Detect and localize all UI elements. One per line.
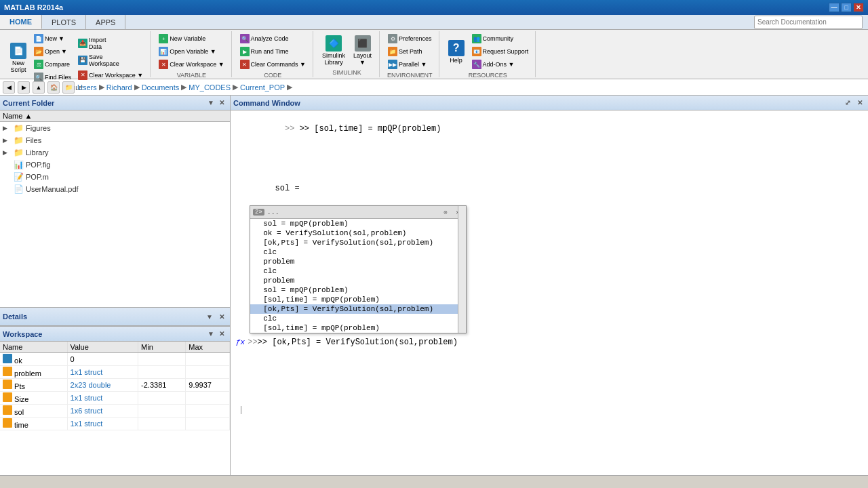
nav-forward-button[interactable]: ▶ xyxy=(18,81,30,94)
ws-row-time[interactable]: time 1x1 struct xyxy=(0,418,230,430)
hist-line-5[interactable]: problem xyxy=(250,257,466,266)
hist-line-12[interactable]: [sol,time] = mpQP(problem) xyxy=(250,323,466,333)
import-data-button[interactable]: 📥 ImportData xyxy=(75,35,146,52)
cmd-line-2 xyxy=(236,144,863,173)
hist-line-8[interactable]: sol = mpQP(problem) xyxy=(250,285,466,295)
hist-line-10[interactable]: [ok,Pts] = VerifySolution(sol,problem) xyxy=(250,304,466,314)
breadcrumb-documents[interactable]: Documents xyxy=(142,83,180,92)
compare-button[interactable]: ⚖ Compare xyxy=(31,58,74,70)
breadcrumb-my-codes[interactable]: MY_CODES xyxy=(189,83,231,92)
community-button[interactable]: 👥 Community xyxy=(469,33,532,45)
folder-icon: 📁 xyxy=(13,123,24,133)
details-close[interactable]: ✕ xyxy=(216,311,227,322)
request-support-button[interactable]: 📧 Request Support xyxy=(469,45,532,58)
ws-value-problem[interactable]: 1x1 struct xyxy=(71,368,103,376)
cursor-area[interactable]: | xyxy=(236,403,863,418)
folder-files[interactable]: ▶ 📁 Files xyxy=(0,134,230,146)
open-button[interactable]: 📂 Open ▼ xyxy=(31,45,74,58)
ws-row-ok[interactable]: ok 0 xyxy=(0,353,230,366)
analyze-code-button[interactable]: 🔍 Analyze Code xyxy=(237,33,309,45)
clear-workspace-var-button[interactable]: ✕ Clear Workspace ▼ xyxy=(156,58,226,70)
run-time-button[interactable]: ▶ Run and Time xyxy=(237,45,309,58)
folder-library-name: Library xyxy=(26,148,227,157)
ws-row-size[interactable]: Size 1x1 struct xyxy=(0,392,230,405)
cmd-close[interactable]: ✕ xyxy=(854,98,865,108)
hist-line-9[interactable]: [sol,time] = mpQP(problem) xyxy=(250,295,466,304)
history-popup-header: 2» ... ⊙ ✕ xyxy=(250,206,466,219)
preferences-button[interactable]: ⚙ Preferences xyxy=(385,33,435,45)
new-script-button[interactable]: 📄 NewScript xyxy=(7,41,30,75)
maximize-button[interactable]: □ xyxy=(841,3,852,12)
nav-home-button[interactable]: 🏠 xyxy=(47,81,60,94)
nav-up-button[interactable]: ▲ xyxy=(33,81,45,94)
add-ons-button[interactable]: 🔧 Add-Ons ▼ xyxy=(469,58,532,70)
clear-workspace-var-label: Clear Workspace ▼ xyxy=(170,61,224,68)
nav-back-button[interactable]: ◀ xyxy=(3,81,15,94)
folder-figures[interactable]: ▶ 📁 Figures xyxy=(0,122,230,134)
command-window-header: Command Window ⤢ ✕ xyxy=(231,96,868,110)
history-badge: 2» xyxy=(253,209,264,216)
search-input[interactable] xyxy=(754,16,863,29)
tab-home[interactable]: HOME xyxy=(0,15,42,29)
ws-icon-problem xyxy=(3,367,12,376)
ws-max-problem xyxy=(186,366,230,379)
set-path-button[interactable]: 📁 Set Path xyxy=(385,45,435,58)
breadcrumb-current-pop[interactable]: Current_POP xyxy=(240,83,285,92)
clear-workspace-button[interactable]: ✕ Clear Workspace ▼ xyxy=(75,69,146,81)
workspace-close[interactable]: ✕ xyxy=(216,329,227,340)
ws-value-sol[interactable]: 1x6 struct xyxy=(71,407,103,415)
folder-panel-collapse[interactable]: ▼ xyxy=(205,98,216,108)
breadcrumb-richard[interactable]: Richard xyxy=(106,83,132,92)
simulink-library-button[interactable]: 🔷 SimulinkLibrary xyxy=(319,33,349,68)
help-button[interactable]: ? Help xyxy=(445,38,468,66)
layout-button[interactable]: ⬛ Layout ▼ xyxy=(350,33,375,68)
file-usermanual[interactable]: 📄 UserManual.pdf xyxy=(0,183,230,195)
ws-row-sol[interactable]: sol 1x6 struct xyxy=(0,405,230,418)
simulink-group-label: SIMULINK xyxy=(332,69,361,76)
search-area xyxy=(749,15,868,29)
ws-value-time[interactable]: 1x1 struct xyxy=(71,420,103,428)
minimize-button[interactable]: — xyxy=(829,3,840,12)
hist-line-7[interactable]: problem xyxy=(250,276,466,285)
history-popup-pin[interactable]: ⊙ xyxy=(440,207,451,218)
close-button[interactable]: ✕ xyxy=(853,3,864,12)
cmd-line-sol: sol = xyxy=(236,174,863,203)
ws-row-pts[interactable]: Pts 2x23 double -2.3381 9.9937 xyxy=(0,379,230,392)
ws-value-size[interactable]: 1x1 struct xyxy=(71,394,103,402)
folder-library[interactable]: ▶ 📁 Library xyxy=(0,146,230,159)
hist-line-1[interactable]: sol = mpQP(problem) xyxy=(250,219,466,228)
clear-commands-button[interactable]: ✕ Clear Commands ▼ xyxy=(237,58,309,70)
cmd-undock[interactable]: ⤢ xyxy=(842,98,853,108)
hist-line-4[interactable]: clc xyxy=(250,247,466,257)
parallel-button[interactable]: ▶▶ Parallel ▼ xyxy=(385,58,435,70)
tab-plots[interactable]: PLOTS xyxy=(42,15,86,29)
file-pop-fig[interactable]: 📊 POP.fig xyxy=(0,159,230,171)
save-workspace-button[interactable]: 💾 SaveWorkspace xyxy=(75,52,146,68)
ws-value-pts[interactable]: 2x23 double xyxy=(71,381,111,389)
breadcrumb-users[interactable]: Users xyxy=(77,83,97,92)
ws-max-time xyxy=(186,418,230,430)
file-group-items: 📄 NewScript 📄 New ▼ 📂 Open ▼ ⚖ xyxy=(7,33,146,83)
hist-line-11[interactable]: clc xyxy=(250,314,466,323)
cmd-current-input[interactable]: >> [ok,Pts] = VerifySolution(sol,problem… xyxy=(258,338,458,347)
hist-line-2[interactable]: ok = VerifySolution(sol,problem) xyxy=(250,228,466,238)
open-variable-button[interactable]: 📊 Open Variable ▼ xyxy=(156,45,226,58)
workspace-collapse[interactable]: ▼ xyxy=(205,329,216,340)
details-collapse[interactable]: ▼ xyxy=(204,311,215,322)
history-scrollbar[interactable] xyxy=(458,206,466,333)
new-button[interactable]: 📄 New ▼ xyxy=(31,33,74,45)
tab-apps[interactable]: APPS xyxy=(86,15,125,29)
ribbon-tabs: HOME PLOTS APPS xyxy=(0,15,868,30)
folder-icon-3: 📁 xyxy=(13,148,24,157)
ws-row-problem[interactable]: problem 1x1 struct xyxy=(0,366,230,379)
command-window-body[interactable]: >> >> [sol,time] = mpQP(problem) sol = 2… xyxy=(231,110,868,475)
hist-line-3[interactable]: [ok,Pts] = VerifySolution(sol,problem) xyxy=(250,238,466,247)
ws-icon-time xyxy=(3,418,12,428)
folder-panel-close[interactable]: ✕ xyxy=(216,98,227,108)
ws-name-ok: ok xyxy=(14,357,22,365)
layout-icon: ⬛ xyxy=(355,35,371,52)
file-pop-m[interactable]: 📝 POP.m xyxy=(0,171,230,183)
new-variable-button[interactable]: + New Variable xyxy=(156,33,226,45)
hist-line-6[interactable]: clc xyxy=(250,266,466,276)
nav-browse-button[interactable]: 📁 xyxy=(62,81,75,94)
